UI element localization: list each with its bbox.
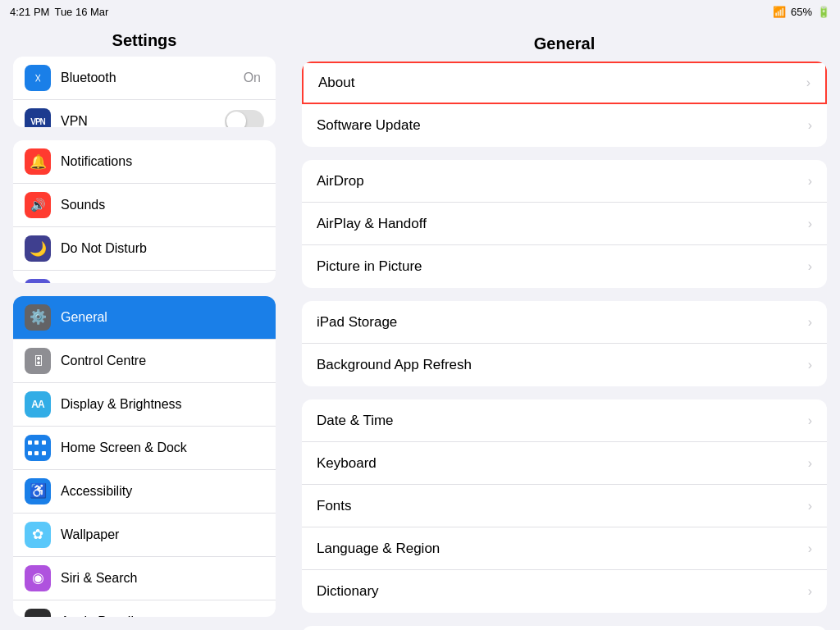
content-item-airdrop[interactable]: AirDrop › [302,160,827,203]
status-bar-right: 📶 65% 🔋 [773,6,830,18]
content-section-2: AirDrop › AirPlay & Handoff › Picture in… [302,160,827,288]
bluetooth-icon: ☓ [25,65,51,91]
donotdisturb-icon: 🌙 [25,235,51,262]
time: 4:21 PM [10,6,49,18]
content-item-keyboard[interactable]: Keyboard › [302,442,827,485]
fonts-chevron: › [808,499,812,514]
notifications-label: Notifications [61,154,264,169]
sidebar-item-general[interactable]: ⚙️ General [13,296,276,340]
battery-icon: 🔋 [817,6,830,18]
keyboard-label: Keyboard [317,455,808,472]
sidebar-item-screentime[interactable]: ⏱ Screen Time [13,271,276,282]
sidebar: Settings ☓ Bluetooth On VPN VPN 🔔 Notifi… [0,23,289,630]
dictionary-label: Dictionary [317,583,808,600]
sidebar-item-accessibility[interactable]: ♿ Accessibility [13,470,276,514]
toggle-thumb [226,112,246,127]
wallpaper-icon: ✿ [25,522,51,548]
keyboard-chevron: › [808,456,812,471]
status-bar-left: 4:21 PM Tue 16 Mar [10,6,108,18]
content-title: General [289,23,840,62]
sidebar-item-controlcentre[interactable]: 🎛 Control Centre [13,340,276,383]
content-item-dictionary[interactable]: Dictionary › [302,570,827,613]
sidebar-item-bluetooth[interactable]: ☓ Bluetooth On [13,57,276,100]
homescreen-icon [25,435,51,461]
sidebar-item-applepencil[interactable]: ✏ Apple Pencil [13,600,276,617]
displaybrightness-icon: AA [25,391,51,418]
languageregion-chevron: › [808,541,812,556]
sidebar-item-notifications[interactable]: 🔔 Notifications [13,140,276,184]
main-layout: Settings ☓ Bluetooth On VPN VPN 🔔 Notifi… [0,23,840,630]
date: Tue 16 Mar [54,6,108,18]
content-item-datetime[interactable]: Date & Time › [302,399,827,442]
sidebar-item-sirisearch[interactable]: ◉ Siri & Search [13,557,276,600]
dictionary-chevron: › [808,584,812,599]
sirisearch-icon: ◉ [25,565,51,591]
applepencil-icon: ✏ [25,609,51,617]
notifications-icon: 🔔 [25,148,51,175]
controlcentre-icon: 🎛 [25,348,51,374]
softwareupdate-label: Software Update [317,117,808,134]
vpn-icon: VPN [25,108,51,127]
datetime-chevron: › [808,413,812,428]
accessibility-icon: ♿ [25,478,51,504]
sidebar-item-homescreen[interactable]: Home Screen & Dock [13,427,276,470]
pictureinpicture-label: Picture in Picture [317,258,808,275]
battery: 65% [791,6,812,18]
ipadstorage-label: iPad Storage [317,314,808,331]
sidebar-section-1: ☓ Bluetooth On VPN VPN [13,57,276,127]
wifi-icon: 📶 [773,6,786,18]
donotdisturb-label: Do Not Disturb [61,241,264,256]
content-item-vpn[interactable]: VPN Not Connected › [302,626,827,630]
about-chevron: › [806,75,810,90]
fonts-label: Fonts [317,498,808,514]
sounds-label: Sounds [61,198,264,212]
sidebar-item-vpn[interactable]: VPN VPN [13,100,276,127]
vpn-label: VPN [61,114,225,127]
content-section-5: VPN Not Connected › [302,626,827,630]
general-icon: ⚙️ [25,304,51,331]
sounds-icon: 🔊 [25,192,51,218]
backgroundapprefresh-chevron: › [808,358,812,372]
languageregion-label: Language & Region [317,541,808,557]
airplayhandoff-label: AirPlay & Handoff [317,216,808,232]
sidebar-item-sounds[interactable]: 🔊 Sounds [13,184,276,227]
applepencil-label: Apple Pencil [61,614,264,617]
sidebar-item-wallpaper[interactable]: ✿ Wallpaper [13,514,276,557]
content-item-about[interactable]: About › [302,62,827,104]
content-item-softwareupdate[interactable]: Software Update › [302,104,827,147]
content-area: General About › Software Update › AirDro… [289,23,840,630]
content-section-4: Date & Time › Keyboard › Fonts › Languag… [302,399,827,613]
content-section-3: iPad Storage › Background App Refresh › [302,301,827,386]
sidebar-item-displaybrightness[interactable]: AA Display & Brightness [13,383,276,427]
content-item-ipadstorage[interactable]: iPad Storage › [302,301,827,344]
content-item-languageregion[interactable]: Language & Region › [302,527,827,570]
sirisearch-label: Siri & Search [61,571,264,586]
general-label: General [61,310,264,325]
about-label: About [318,75,806,91]
sidebar-section-2: 🔔 Notifications 🔊 Sounds 🌙 Do Not Distur… [13,140,276,282]
wallpaper-label: Wallpaper [61,527,264,542]
accessibility-label: Accessibility [61,484,264,499]
ipadstorage-chevron: › [808,315,812,330]
bluetooth-label: Bluetooth [61,71,244,85]
content-item-airplayhandoff[interactable]: AirPlay & Handoff › [302,203,827,245]
datetime-label: Date & Time [317,413,808,429]
airdrop-label: AirDrop [317,173,808,189]
status-bar: 4:21 PM Tue 16 Mar 📶 65% 🔋 [0,0,840,23]
airplayhandoff-chevron: › [808,217,812,231]
content-item-fonts[interactable]: Fonts › [302,485,827,527]
pictureinpicture-chevron: › [808,259,812,274]
displaybrightness-label: Display & Brightness [61,397,264,412]
content-section-1: About › Software Update › [302,62,827,147]
vpn-toggle[interactable] [225,110,264,127]
sidebar-section-3: ⚙️ General 🎛 Control Centre AA Display &… [13,296,276,617]
sidebar-item-donotdisturb[interactable]: 🌙 Do Not Disturb [13,227,276,271]
bluetooth-value: On [244,71,261,85]
sidebar-title: Settings [0,23,289,57]
content-item-pictureinpicture[interactable]: Picture in Picture › [302,245,827,288]
airdrop-chevron: › [808,174,812,189]
content-item-backgroundapprefresh[interactable]: Background App Refresh › [302,344,827,386]
backgroundapprefresh-label: Background App Refresh [317,357,808,373]
screentime-icon: ⏱ [25,279,51,282]
homescreen-label: Home Screen & Dock [61,441,264,455]
